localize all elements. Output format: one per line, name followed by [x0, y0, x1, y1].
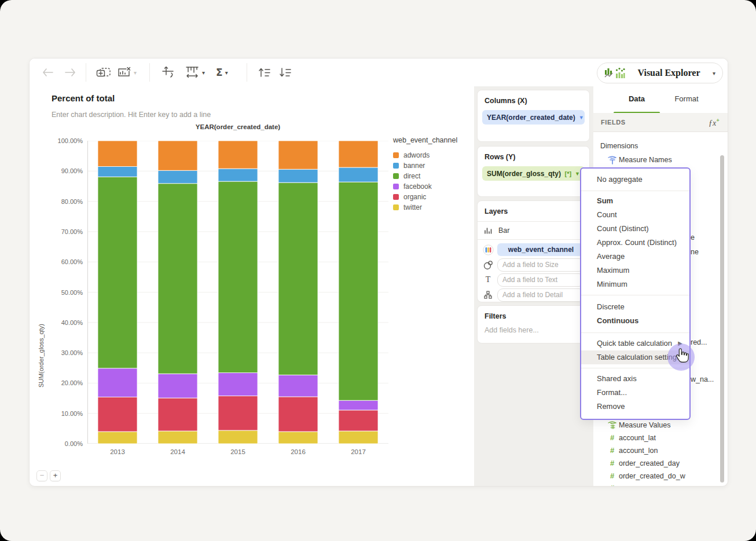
size-shelf-placeholder[interactable]: Add a field to Size [497, 258, 585, 272]
measure-names-icon [607, 155, 617, 165]
add-calculated-field-icon[interactable]: ƒx+ [709, 117, 720, 128]
sort-descending-icon[interactable] [278, 65, 292, 79]
bar-segment-organic-2017[interactable] [339, 410, 378, 431]
menu-item-sum[interactable]: Sum [581, 194, 689, 208]
rows-field-pill[interactable]: SUM(order_gloss_qty) [*] ▼ [482, 166, 585, 181]
pill-caret-icon[interactable]: ▼ [579, 115, 584, 120]
filters-placeholder[interactable]: Add fields here... [478, 320, 589, 334]
chart-title[interactable]: Percent of total [52, 93, 115, 103]
menu-item-no-aggregate[interactable]: No aggregate [581, 173, 689, 187]
pill-caret-icon[interactable]: ▼ [575, 171, 580, 177]
bar-segment-twitter-2013[interactable] [98, 432, 137, 444]
bar-segment-facebook-2013[interactable] [98, 368, 137, 397]
menu-item-discrete[interactable]: Discrete [581, 300, 689, 314]
legend-item[interactable]: banner [393, 160, 457, 171]
field-account-lon[interactable]: # account_lon [593, 445, 728, 457]
bar-segment-facebook-2016[interactable] [278, 375, 318, 397]
distribute-axis-icon[interactable]: ▾ [185, 65, 205, 79]
y-axis-tick-label: 70.00% [46, 228, 83, 235]
swap-axes-icon[interactable] [162, 65, 175, 79]
bar-segment-banner-2015[interactable] [218, 169, 258, 181]
bar-segment-direct-2013[interactable] [98, 177, 137, 368]
menu-item-count[interactable]: Count [581, 208, 689, 222]
forward-icon[interactable] [64, 65, 76, 79]
bar-segment-facebook-2017[interactable] [339, 400, 378, 410]
menu-item-approx-count-distinct[interactable]: Approx. Count (Distinct) [581, 236, 689, 250]
bar-segment-banner-2014[interactable] [158, 170, 197, 183]
menu-item-maximum[interactable]: Maximum [581, 264, 689, 277]
bar-segment-direct-2015[interactable] [218, 181, 258, 373]
remove-chart-caret-icon[interactable]: ▾ [134, 70, 137, 76]
text-shelf-placeholder[interactable]: Add a field to Text [497, 273, 585, 287]
back-icon[interactable] [42, 65, 54, 79]
bar-segment-twitter-2017[interactable] [339, 431, 378, 444]
distribute-axis-caret-icon[interactable]: ▾ [202, 70, 205, 76]
bar-segment-direct-2017[interactable] [339, 182, 378, 400]
bar-segment-adwords-2015[interactable] [218, 141, 258, 169]
size-shelf-icon [482, 260, 494, 270]
fields-scrollbar-thumb[interactable] [720, 155, 724, 482]
toolbar: ▾ ▾ Σ ▾ [30, 59, 728, 87]
menu-item-minimum[interactable]: Minimum [581, 277, 689, 291]
field-partial[interactable]: # [593, 483, 728, 486]
add-chart-icon[interactable] [96, 65, 111, 79]
zoom-in-button[interactable]: + [50, 470, 61, 481]
bar-segment-organic-2015[interactable] [218, 396, 258, 430]
legend-label: facebook [403, 182, 432, 191]
bar-segment-facebook-2014[interactable] [158, 374, 197, 398]
visual-explorer-caret-icon[interactable]: ▾ [713, 70, 715, 76]
sort-ascending-icon[interactable] [258, 65, 271, 79]
chart-description-placeholder[interactable]: Enter chart description. Hit Enter key t… [52, 111, 211, 119]
bar-segment-facebook-2015[interactable] [218, 373, 258, 396]
y-axis-tick-label: 40.00% [46, 319, 83, 326]
zoom-out-button[interactable]: − [36, 470, 47, 481]
bar-segment-organic-2013[interactable] [98, 397, 137, 432]
bar-segment-banner-2013[interactable] [98, 166, 137, 177]
columns-field-pill[interactable]: YEAR(order_created_date) ▼ [482, 110, 585, 125]
menu-item-continuous[interactable]: Continuous [581, 314, 689, 328]
bar-segment-twitter-2015[interactable] [218, 430, 258, 444]
stacked-bar-plot[interactable] [87, 141, 388, 444]
bar-segment-adwords-2014[interactable] [158, 141, 197, 170]
mark-type-label: Bar [498, 226, 509, 235]
field-order-created-day[interactable]: # order_created_day [593, 458, 728, 470]
bar-segment-twitter-2014[interactable] [158, 431, 197, 444]
menu-item-average[interactable]: Average [581, 250, 689, 264]
legend-item[interactable]: facebook [393, 181, 457, 192]
menu-item-shared-axis[interactable]: Shared axis [581, 372, 689, 386]
bar-segment-organic-2016[interactable] [278, 397, 318, 432]
mark-type-row[interactable]: Bar [478, 222, 589, 239]
divider [478, 239, 589, 240]
legend-item[interactable]: adwords [393, 150, 457, 160]
menu-item-count-distinct[interactable]: Count (Distinct) [581, 222, 689, 236]
remove-chart-icon[interactable]: ▾ [118, 65, 137, 79]
bar-segment-adwords-2016[interactable] [278, 141, 318, 169]
bar-segment-direct-2016[interactable] [278, 182, 318, 375]
field-order-created-do-w[interactable]: # order_created_do_w [593, 471, 728, 482]
x-axis-tick-label: 2013 [110, 448, 125, 455]
legend-item[interactable]: twitter [393, 202, 457, 213]
color-field-label: web_event_channel [508, 246, 574, 254]
aggregate-caret-icon[interactable]: ▾ [225, 70, 228, 76]
bar-segment-adwords-2013[interactable] [98, 141, 137, 166]
legend-item[interactable]: organic [393, 192, 457, 202]
y-axis-tick-label: 0.00% [46, 440, 83, 447]
color-field-pill[interactable]: web_event_channel [497, 243, 585, 256]
bar-segment-banner-2016[interactable] [278, 169, 318, 182]
field-measure-names[interactable]: Measure Names [593, 155, 728, 166]
tab-data[interactable]: Data [614, 94, 660, 103]
field-measure-values[interactable]: Measure Values [593, 420, 728, 432]
bar-segment-twitter-2016[interactable] [278, 432, 318, 444]
tab-format[interactable]: Format [673, 94, 700, 103]
legend-item[interactable]: direct [393, 171, 457, 181]
bar-segment-banner-2017[interactable] [339, 167, 378, 182]
aggregate-sigma-icon[interactable]: Σ ▾ [216, 65, 228, 79]
menu-item-remove[interactable]: Remove [581, 400, 689, 414]
bar-segment-adwords-2017[interactable] [339, 141, 378, 167]
menu-item-format[interactable]: Format... [581, 386, 689, 400]
field-account-lat[interactable]: # account_lat [593, 433, 728, 444]
detail-shelf-placeholder[interactable]: Add a field to Detail [497, 288, 585, 302]
bar-segment-organic-2014[interactable] [158, 398, 197, 431]
bar-segment-direct-2014[interactable] [158, 184, 197, 374]
visual-explorer-switcher[interactable]: Visual Explorer ▾ [597, 63, 723, 83]
